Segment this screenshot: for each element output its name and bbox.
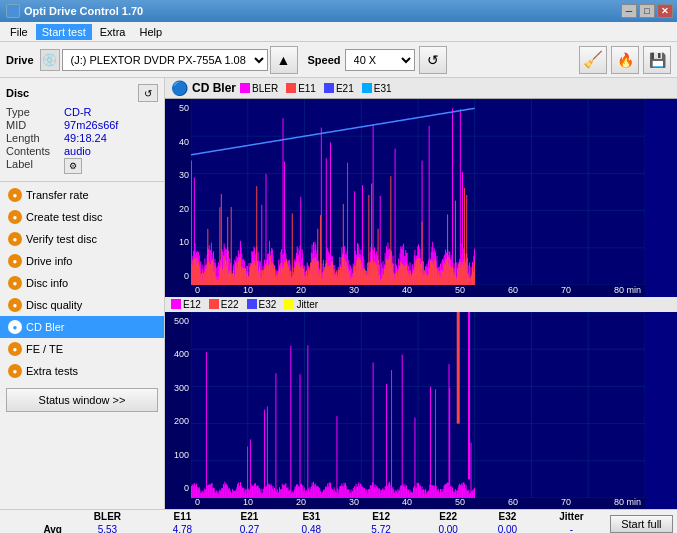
nav-transfer-rate[interactable]: ● Transfer rate xyxy=(0,184,164,206)
stats-avg-e31: 0.48 xyxy=(279,523,343,533)
disc-label-button[interactable]: ⚙ xyxy=(64,158,82,174)
menu-help[interactable]: Help xyxy=(133,24,168,40)
legend-e11: E11 xyxy=(286,83,316,94)
legend-e12: E12 xyxy=(171,299,201,310)
nav-list: ● Transfer rate ● Create test disc ● Ver… xyxy=(0,182,164,384)
status-window-button[interactable]: Status window >> xyxy=(6,388,158,412)
chart-header: 🔵 CD Bler BLER E11 E21 E31 xyxy=(165,78,677,99)
legend-color-e31 xyxy=(362,83,372,93)
nav-create-test-disc[interactable]: ● Create test disc xyxy=(0,206,164,228)
nav-label-create-test-disc: Create test disc xyxy=(26,211,102,223)
chart-icon: 🔵 xyxy=(171,80,188,96)
stats-header-e22: E22 xyxy=(419,510,478,523)
lower-y-axis: 500 400 300 200 100 0 xyxy=(165,312,191,498)
upper-y-20: 20 xyxy=(179,204,189,214)
disc-label-label: Label xyxy=(6,158,64,174)
stats-avg-e12: 5.72 xyxy=(344,523,419,533)
sidebar: Disc ↺ Type CD-R MID 97m26s66f Length 49… xyxy=(0,78,165,509)
legend-color-e12 xyxy=(171,299,181,309)
menu-file[interactable]: File xyxy=(4,24,34,40)
nav-icon-transfer-rate: ● xyxy=(8,188,22,202)
disc-length-label: Length xyxy=(6,132,64,144)
disc-mid-label: MID xyxy=(6,119,64,131)
legend-label-e12: E12 xyxy=(183,299,201,310)
upper-y-40: 40 xyxy=(179,137,189,147)
stats-avg-e22: 0.00 xyxy=(419,523,478,533)
stats-buttons: Start full Start part xyxy=(606,510,677,533)
legend-label-jitter: Jitter xyxy=(296,299,318,310)
stats-avg-e11: 4.78 xyxy=(145,523,220,533)
upper-y-10: 10 xyxy=(179,237,189,247)
nav-disc-info[interactable]: ● Disc info xyxy=(0,272,164,294)
close-button[interactable]: ✕ xyxy=(657,4,673,18)
nav-icon-disc-info: ● xyxy=(8,276,22,290)
burn-button[interactable]: 🔥 xyxy=(611,46,639,74)
menu-bar: File Start test Extra Help xyxy=(0,22,677,42)
disc-mid-value: 97m26s66f xyxy=(64,119,118,131)
menu-start-test[interactable]: Start test xyxy=(36,24,92,40)
stats-avg-bler: 5.53 xyxy=(70,523,145,533)
stats-table: BLER E11 E21 E31 E12 E22 E32 Jitter Avg … xyxy=(0,510,606,533)
drive-select[interactable]: (J:) PLEXTOR DVDR PX-755A 1.08 xyxy=(62,49,268,71)
maximize-button[interactable]: □ xyxy=(639,4,655,18)
nav-fe-te[interactable]: ● FE / TE xyxy=(0,338,164,360)
nav-disc-quality[interactable]: ● Disc quality xyxy=(0,294,164,316)
nav-icon-cd-bler: ● xyxy=(8,320,22,334)
legend-e22: E22 xyxy=(209,299,239,310)
refresh-button[interactable]: ↺ xyxy=(419,46,447,74)
stats-header-e11: E11 xyxy=(145,510,220,523)
legend-color-e11 xyxy=(286,83,296,93)
disc-refresh-button[interactable]: ↺ xyxy=(138,84,158,102)
nav-verify-test-disc[interactable]: ● Verify test disc xyxy=(0,228,164,250)
stats-avg-e21: 0.27 xyxy=(220,523,279,533)
upper-legend: BLER E11 E21 E31 xyxy=(240,83,392,94)
nav-label-extra-tests: Extra tests xyxy=(26,365,78,377)
nav-cd-bler[interactable]: ● CD Bler xyxy=(0,316,164,338)
erase-button[interactable]: 🧹 xyxy=(579,46,607,74)
nav-label-disc-quality: Disc quality xyxy=(26,299,82,311)
nav-icon-extra-tests: ● xyxy=(8,364,22,378)
legend-jitter: Jitter xyxy=(284,299,318,310)
drive-eject-button[interactable]: ▲ xyxy=(270,46,298,74)
legend-label-e31: E31 xyxy=(374,83,392,94)
legend-e32: E32 xyxy=(247,299,277,310)
nav-extra-tests[interactable]: ● Extra tests xyxy=(0,360,164,382)
legend-color-e22 xyxy=(209,299,219,309)
charts-container: 50 40 30 20 10 0 E48 X E40 X E32 X E24 X… xyxy=(165,99,677,509)
minimize-button[interactable]: ─ xyxy=(621,4,637,18)
nav-icon-disc-quality: ● xyxy=(8,298,22,312)
legend-bler: BLER xyxy=(240,83,278,94)
stats-header-e12: E12 xyxy=(344,510,419,523)
stats-header-empty xyxy=(0,510,70,523)
upper-x-axis: 0 10 20 30 40 50 60 70 80 min xyxy=(165,285,645,297)
legend-label-e11: E11 xyxy=(298,83,316,94)
legend-label-bler: BLER xyxy=(252,83,278,94)
disc-contents-value: audio xyxy=(64,145,91,157)
stats-header-e31: E31 xyxy=(279,510,343,523)
app-icon xyxy=(6,4,20,18)
lower-x-axis: 0 10 20 30 40 50 60 70 80 min xyxy=(165,497,645,509)
stats-avg-label: Avg xyxy=(0,523,70,533)
nav-label-drive-info: Drive info xyxy=(26,255,72,267)
upper-y-axis: 50 40 30 20 10 0 xyxy=(165,99,191,285)
stats-avg-jitter: - xyxy=(537,523,606,533)
nav-label-cd-bler: CD Bler xyxy=(26,321,65,333)
upper-y-30: 30 xyxy=(179,170,189,180)
legend-color-jitter xyxy=(284,299,294,309)
lower-legend: E12 E22 E32 Jitter xyxy=(165,297,677,312)
start-full-button[interactable]: Start full xyxy=(610,515,673,533)
disc-panel: Disc ↺ Type CD-R MID 97m26s66f Length 49… xyxy=(0,78,164,182)
nav-drive-info[interactable]: ● Drive info xyxy=(0,250,164,272)
stats-header-jitter: Jitter xyxy=(537,510,606,523)
nav-icon-create-test-disc: ● xyxy=(8,210,22,224)
toolbar: Drive 💿 (J:) PLEXTOR DVDR PX-755A 1.08 ▲… xyxy=(0,42,677,78)
legend-label-e22: E22 xyxy=(221,299,239,310)
save-button[interactable]: 💾 xyxy=(643,46,671,74)
menu-extra[interactable]: Extra xyxy=(94,24,132,40)
disc-title: Disc xyxy=(6,87,29,99)
speed-select[interactable]: 40 X xyxy=(345,49,415,71)
legend-label-e32: E32 xyxy=(259,299,277,310)
legend-color-e32 xyxy=(247,299,257,309)
upper-y-50: 50 xyxy=(179,103,189,113)
drive-label: Drive xyxy=(6,54,34,66)
